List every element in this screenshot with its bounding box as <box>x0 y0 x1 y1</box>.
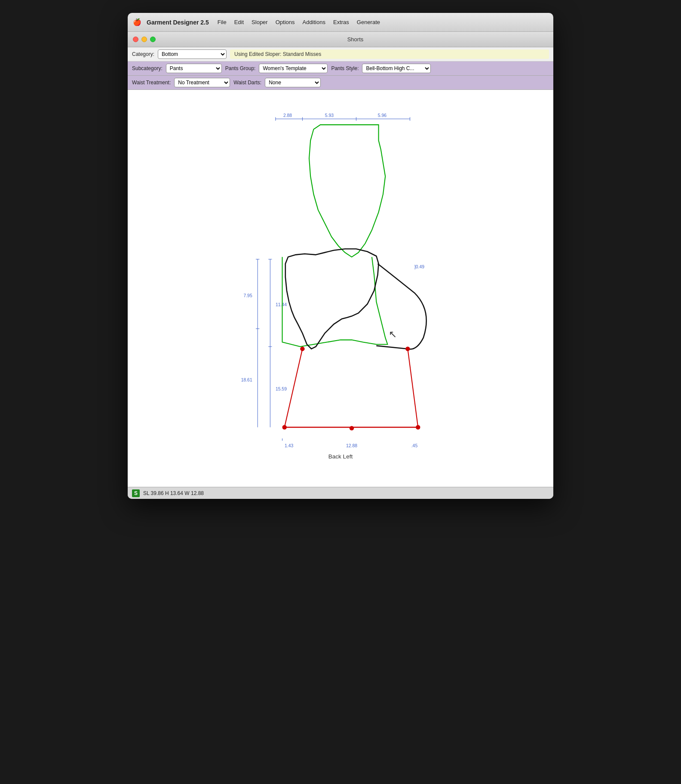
menu-edit[interactable]: Edit <box>234 19 244 25</box>
title-bar: 🍎 Garment Designer 2.5 File Edit Sloper … <box>128 13 553 32</box>
pants-style-select[interactable]: Bell-Bottom High C... <box>362 64 431 73</box>
controls-row1: Category: Bottom Using Edited Sloper: St… <box>128 47 553 61</box>
dim-bottom-1288: 12.88 <box>346 443 357 448</box>
pants-group-select[interactable]: Women's Template <box>259 64 328 73</box>
category-select[interactable]: Bottom <box>158 49 227 59</box>
dim-left-1559: 15.59 <box>276 387 287 391</box>
waist-darts-label: Waist Darts: <box>233 80 261 86</box>
controls-row3: Waist Treatment: No Treatment Waist Dart… <box>128 76 553 90</box>
traffic-lights <box>133 37 156 42</box>
category-label: Category: <box>132 51 154 57</box>
black-shape <box>285 249 379 349</box>
status-icon: S <box>132 489 140 497</box>
apple-menu-icon[interactable]: 🍎 <box>133 18 141 26</box>
black-crotch-curve <box>376 264 426 349</box>
menu-extras[interactable]: Extras <box>333 19 349 25</box>
pattern-label: Back Left <box>328 454 353 460</box>
status-bar: S SL 39.86 H 13.64 W 12.88 <box>128 487 553 499</box>
app-title: Garment Designer 2.5 <box>147 19 209 26</box>
waist-darts-select[interactable]: None <box>265 78 321 87</box>
window-content: Shorts Category: Bottom Using Edited Slo… <box>128 32 553 499</box>
subcategory-select[interactable]: Pants <box>166 64 222 73</box>
dim-top-593: 5.93 <box>325 113 334 118</box>
app-window: 🍎 Garment Designer 2.5 File Edit Sloper … <box>128 13 553 499</box>
menu-generate[interactable]: Generate <box>357 19 380 25</box>
canvas-area: 2.88 5.93 5.96 7.95 <box>128 90 553 487</box>
cursor-icon: ↖ <box>389 329 397 340</box>
dim-right-049: ]0.49 <box>414 264 424 269</box>
maximize-button[interactable] <box>150 37 156 42</box>
dim-bottom-045: .45 <box>411 443 418 448</box>
dim-top-288: 2.88 <box>283 113 292 118</box>
waist-treatment-label: Waist Treatment: <box>132 80 171 86</box>
waist-treatment-select[interactable]: No Treatment <box>174 78 230 87</box>
controls-row2: Subcategory: Pants Pants Group: Women's … <box>128 61 553 76</box>
menu-options[interactable]: Options <box>276 19 295 25</box>
dim-top-596: 5.96 <box>378 113 387 118</box>
pants-style-label: Pants Style: <box>331 65 359 71</box>
menu-file[interactable]: File <box>218 19 227 25</box>
window-title: Shorts <box>163 36 548 43</box>
menu-bar: File Edit Sloper Options Additions Extra… <box>218 19 548 25</box>
menu-sloper[interactable]: Sloper <box>252 19 268 25</box>
dim-bottom-143: 1.43 <box>285 443 293 448</box>
close-button[interactable] <box>133 37 138 42</box>
dim-left-1144: 11.44 <box>276 302 287 307</box>
green-shape-top <box>309 125 385 257</box>
subcategory-label: Subcategory: <box>132 65 163 71</box>
pants-group-label: Pants Group: <box>225 65 256 71</box>
red-point-bottom-mid[interactable] <box>350 426 354 430</box>
dim-left-795: 7.95 <box>243 293 252 298</box>
pattern-svg: 2.88 5.93 5.96 7.95 <box>128 90 553 487</box>
window-title-bar: Shorts <box>128 32 553 47</box>
red-shape <box>285 349 418 427</box>
menu-additions[interactable]: Additions <box>302 19 325 25</box>
sloper-info: Using Edited Sloper: Standard Misses <box>230 49 549 59</box>
status-text: SL 39.86 H 13.64 W 12.88 <box>143 490 204 496</box>
green-shape-bottom <box>282 257 388 347</box>
dim-left-1861: 18.61 <box>241 378 252 382</box>
minimize-button[interactable] <box>141 37 147 42</box>
